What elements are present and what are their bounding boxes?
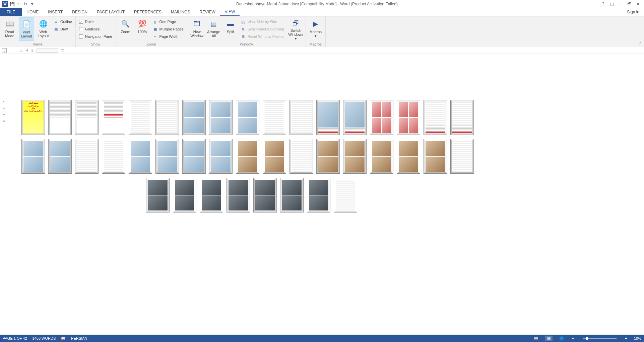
tab-design[interactable]: DESIGN: [67, 8, 92, 16]
split-button[interactable]: ▬ Split: [223, 17, 238, 40]
web-layout-button[interactable]: 🌐 Web Layout: [36, 17, 51, 40]
page-thumbnail[interactable]: [370, 100, 393, 135]
page-thumbnail[interactable]: [236, 139, 259, 174]
zoom-in-button[interactable]: +: [624, 336, 629, 340]
word-count-status[interactable]: 1466 WORDS: [33, 336, 56, 340]
help-button[interactable]: ?: [599, 1, 607, 7]
page-thumbnail[interactable]: [343, 139, 367, 174]
zoom-level[interactable]: 10%: [634, 336, 641, 340]
tab-view[interactable]: VIEW: [220, 8, 240, 16]
tab-selector[interactable]: L: [2, 48, 7, 53]
word-app-icon[interactable]: W: [2, 1, 8, 7]
undo-icon[interactable]: ↶: [16, 1, 21, 7]
print-layout-view-button[interactable]: ▤: [545, 336, 553, 341]
page-thumbnail[interactable]: [343, 100, 367, 135]
page-thumbnail[interactable]: [236, 100, 259, 135]
draft-button[interactable]: ▤Draft: [52, 26, 73, 32]
close-button[interactable]: ✕: [634, 1, 642, 7]
document-area[interactable]: 2 4 6 8 تحقیق آنلاینمرجع دانلــودفایلبا …: [0, 54, 644, 335]
horizontal-ruler[interactable]: △ 4 2 ▽: [20, 49, 64, 53]
macros-icon: ▶: [310, 18, 321, 29]
page-thumbnail[interactable]: [155, 100, 179, 135]
page-thumbnail[interactable]: [316, 139, 340, 174]
gridlines-checkbox[interactable]: Gridlines: [78, 26, 114, 32]
page-thumbnail[interactable]: [102, 100, 125, 135]
page-grid: تحقیق آنلاینمرجع دانلــودفایلبا کمترین ق…: [21, 100, 474, 212]
zoom-label: Zoom: [121, 30, 130, 34]
page-thumbnail[interactable]: [129, 139, 152, 174]
vertical-ruler[interactable]: 2 4 6 8: [2, 101, 6, 124]
collapse-ribbon-button[interactable]: ^: [639, 41, 641, 46]
save-icon[interactable]: 💾: [9, 1, 15, 7]
tab-references[interactable]: REFERENCES: [129, 8, 166, 16]
spellcheck-status[interactable]: 📖: [61, 336, 66, 341]
one-page-button[interactable]: ▯One Page: [151, 18, 185, 25]
zoom-button[interactable]: 🔍 Zoom: [118, 17, 133, 40]
read-mode-view-button[interactable]: 📖: [532, 336, 540, 341]
page-thumbnail[interactable]: [75, 139, 99, 174]
multiple-pages-button[interactable]: ▦Multiple Pages: [151, 26, 185, 32]
ribbon-display-button[interactable]: ▢: [608, 1, 616, 7]
page-thumbnail[interactable]: [209, 139, 233, 174]
page-thumbnail[interactable]: [263, 139, 286, 174]
page-thumbnail[interactable]: [316, 100, 340, 135]
page-thumbnail[interactable]: [397, 100, 420, 135]
page-thumbnail[interactable]: [289, 139, 313, 174]
page-thumbnail[interactable]: [424, 139, 447, 174]
page-thumbnail[interactable]: [263, 100, 286, 135]
page-thumbnail[interactable]: تحقیق آنلاینمرجع دانلــودفایلبا کمترین ق…: [21, 100, 45, 135]
page-thumbnail[interactable]: [450, 139, 474, 174]
read-mode-button[interactable]: 📖 Read Mode: [2, 17, 17, 40]
hundred-percent-button[interactable]: 💯 100%: [135, 17, 150, 40]
qat-customize-icon[interactable]: ▾: [29, 1, 35, 7]
page-thumbnail[interactable]: [397, 139, 420, 174]
page-thumbnail[interactable]: [253, 178, 277, 212]
page-thumbnail[interactable]: [182, 100, 206, 135]
switch-windows-button[interactable]: 🗗 Switch Windows ▾: [288, 17, 304, 40]
page-thumbnail[interactable]: [450, 100, 474, 135]
page-thumbnail[interactable]: [155, 139, 179, 174]
print-layout-button[interactable]: 📄 Print Layout: [19, 17, 34, 40]
minimize-button[interactable]: —: [617, 1, 625, 7]
page-thumbnail[interactable]: [424, 100, 447, 135]
macros-button[interactable]: ▶ Macros▾: [308, 17, 323, 40]
page-thumbnail[interactable]: [21, 139, 45, 174]
web-layout-view-button[interactable]: 🌐: [558, 336, 565, 341]
page-thumbnail[interactable]: [182, 139, 206, 174]
new-window-button[interactable]: 🗔 New Window: [189, 17, 205, 40]
page-thumbnail[interactable]: [370, 139, 393, 174]
page-thumbnail[interactable]: [75, 100, 99, 135]
page-thumbnail[interactable]: [307, 178, 330, 212]
redo-icon[interactable]: ↻: [23, 1, 28, 7]
page-width-button[interactable]: ↔Page Width: [151, 33, 185, 40]
tab-insert[interactable]: INSERT: [43, 8, 67, 16]
zoom-thumb[interactable]: [586, 337, 588, 340]
navigation-pane-checkbox[interactable]: Navigation Pane: [78, 33, 114, 40]
page-thumbnail[interactable]: [227, 178, 250, 212]
language-status[interactable]: PERSIAN: [71, 336, 87, 340]
tab-review[interactable]: REVIEW: [195, 8, 220, 16]
ruler-checkbox[interactable]: ✓Ruler: [78, 18, 114, 25]
page-thumbnail[interactable]: [289, 100, 313, 135]
page-thumbnail[interactable]: [280, 178, 304, 212]
zoom-out-button[interactable]: −: [571, 336, 575, 340]
sign-in-link[interactable]: Sign in: [622, 8, 644, 16]
page-number-status[interactable]: PAGE 1 OF 42: [3, 336, 27, 340]
page-thumbnail[interactable]: [102, 139, 125, 174]
tab-file[interactable]: FILE: [0, 8, 22, 16]
outline-button[interactable]: ≡Outline: [52, 18, 73, 25]
page-thumbnail[interactable]: [209, 100, 233, 135]
tab-page-layout[interactable]: PAGE LAYOUT: [92, 8, 129, 16]
page-thumbnail[interactable]: [334, 178, 357, 212]
page-thumbnail[interactable]: [129, 100, 152, 135]
zoom-slider[interactable]: [583, 338, 617, 339]
page-thumbnail[interactable]: [48, 100, 72, 135]
restore-button[interactable]: 🗗: [625, 1, 633, 7]
page-thumbnail[interactable]: [146, 178, 170, 212]
page-thumbnail[interactable]: [200, 178, 223, 212]
arrange-all-button[interactable]: ▤ Arrange All: [206, 17, 221, 40]
page-thumbnail[interactable]: [48, 139, 72, 174]
tab-home[interactable]: HOME: [22, 8, 43, 16]
page-thumbnail[interactable]: [173, 178, 196, 212]
tab-mailings[interactable]: MAILINGS: [166, 8, 195, 16]
